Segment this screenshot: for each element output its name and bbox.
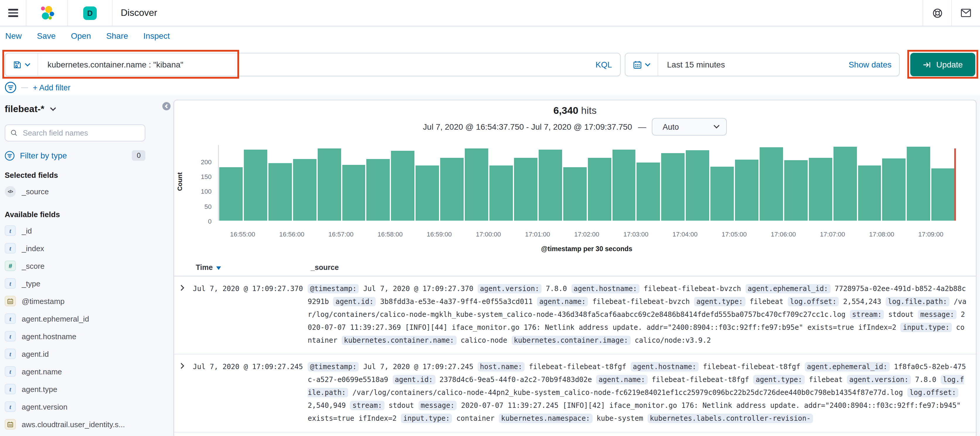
histogram-bar [440, 158, 464, 220]
source-field-key: kubernetes.labels.controller-revision- [648, 414, 813, 423]
field-item-agent.hostname[interactable]: tagent.hostname [5, 327, 167, 345]
time-range-value[interactable]: Last 15 minutes [658, 60, 849, 69]
save-icon [13, 60, 21, 69]
elastic-logo[interactable] [26, 5, 67, 21]
source-field-key: log.file.path: [886, 297, 950, 306]
index-pattern-select[interactable]: filebeat-* [5, 104, 167, 115]
fields-sidebar: filebeat-* Filter by type 0 Selected fie… [0, 95, 171, 436]
query-language-button[interactable]: KQL [595, 60, 620, 69]
y-tick-label: 100 [201, 188, 212, 195]
filter-by-type-button[interactable]: Filter by type [20, 151, 127, 160]
filter-icon[interactable] [5, 81, 16, 93]
field-item-agent.type[interactable]: tagent.type [5, 380, 167, 398]
field-item-_source[interactable]: </>_source [5, 182, 167, 200]
source-field-key: agent.ephemeral_id: [805, 362, 890, 371]
source-field-key: agent.hostname: [571, 284, 640, 294]
field-item-_type[interactable]: t_type [5, 275, 167, 292]
search-input[interactable] [22, 128, 140, 138]
field-item-_index[interactable]: t_index [5, 240, 167, 257]
y-tick-label: 50 [205, 203, 212, 210]
help-icon[interactable] [923, 0, 951, 26]
results-panel: 6,340 hits Jul 7, 2020 @ 16:54:37.750 - … [173, 100, 977, 436]
date-field-icon [5, 419, 16, 430]
column-header-source: _source [311, 264, 339, 272]
field-item-aws.cloudtrail.user_identity.s...[interactable]: aws.cloudtrail.user_identity.s... [5, 415, 167, 433]
histogram-bar [563, 168, 586, 220]
source-field-key: input.type: [900, 323, 952, 332]
x-tick-label: 17:03:00 [624, 231, 649, 238]
calendar-button[interactable] [625, 53, 658, 76]
nav-inspect[interactable]: Inspect [143, 31, 170, 40]
add-filter-button[interactable]: + Add filter [33, 83, 70, 92]
field-item-@timestamp[interactable]: @timestamp [5, 292, 167, 310]
show-dates-button[interactable]: Show dates [849, 60, 899, 69]
field-item-agent.ephemeral_id[interactable]: tagent.ephemeral_id [5, 310, 167, 327]
field-item-agent.id[interactable]: tagent.id [5, 345, 167, 363]
chevron-left-icon [164, 104, 169, 109]
x-axis-title: @timestamp per 30 seconds [218, 245, 955, 252]
header-divider [67, 0, 68, 26]
nav-save[interactable]: Save [37, 31, 56, 40]
x-tick-label: 17:05:00 [722, 231, 747, 238]
source-field-key: agent.id: [392, 375, 435, 384]
histogram-bar [735, 160, 759, 220]
y-tick-label: 0 [208, 218, 212, 225]
histogram-bar [662, 153, 685, 220]
source-field-key: log.offset: [907, 388, 958, 397]
histogram-bar [391, 151, 415, 220]
date-field-icon [5, 296, 16, 306]
expand-row-button[interactable] [174, 360, 193, 425]
y-tick-label: 150 [201, 173, 212, 180]
field-item-agent.name[interactable]: tagent.name [5, 363, 167, 380]
source-field-key: agent.version: [478, 284, 542, 294]
x-tick-label: 17:07:00 [820, 231, 845, 238]
space-badge[interactable]: D [83, 6, 97, 20]
filter-count-badge: 0 [132, 150, 145, 161]
field-item-agent.version[interactable]: tagent.version [5, 398, 167, 415]
string-field-icon: t [5, 401, 16, 412]
histogram-bar [858, 166, 881, 220]
query-input[interactable]: kubernetes.container.name : "kibana" [38, 60, 595, 69]
table-row: Jul 7, 2020 @ 17:09:27.245@timestamp: Ju… [174, 355, 976, 433]
column-header-time[interactable]: Time [196, 264, 221, 272]
histogram-bar [219, 167, 243, 220]
time-picker: Last 15 minutes Show dates [625, 53, 900, 76]
x-tick-label: 17:00:00 [476, 231, 501, 238]
field-item-_score[interactable]: #_score [5, 257, 167, 275]
newsfeed-icon[interactable] [952, 0, 980, 26]
table-row: Jul 7, 2020 @ 17:09:27.370@timestamp: Ju… [174, 276, 976, 355]
nav-links: NewSaveOpenShareInspect [5, 31, 170, 40]
refresh-icon [923, 60, 932, 69]
x-tick-label: 16:58:00 [377, 231, 402, 238]
histogram-bar [760, 147, 783, 220]
nav-open[interactable]: Open [71, 31, 91, 40]
x-tick-label: 17:01:00 [525, 231, 550, 238]
header-divider [112, 0, 113, 26]
menu-icon[interactable] [0, 0, 26, 26]
nav-new[interactable]: New [5, 31, 22, 40]
content-area: filebeat-* Filter by type 0 Selected fie… [0, 95, 980, 436]
x-tick-label: 17:02:00 [574, 231, 599, 238]
nav-share[interactable]: Share [106, 31, 128, 40]
histogram-bar [833, 146, 857, 220]
histogram-bar [514, 158, 538, 220]
update-button[interactable]: Update [910, 53, 975, 76]
time-range-text: Jul 7, 2020 @ 16:54:37.750 - Jul 7, 2020… [423, 122, 632, 131]
expand-row-button[interactable] [174, 282, 193, 347]
field-item-_id[interactable]: t_id [5, 222, 167, 240]
source-field-key: kubernetes.container.name: [342, 335, 457, 345]
source-field-key: message: [918, 310, 956, 319]
x-tick-label: 16:59:00 [427, 231, 452, 238]
interval-select[interactable]: Auto [652, 118, 727, 136]
save-query-button[interactable] [5, 53, 38, 76]
selected-fields-list: </>_source [5, 182, 167, 200]
x-tick-label: 16:55:00 [230, 231, 255, 238]
source-field-key: log.offset: [788, 297, 839, 306]
histogram-bars[interactable] [218, 145, 955, 220]
source-field-key: agent.type: [694, 297, 745, 306]
x-tick-label: 17:04:00 [673, 231, 698, 238]
filter-bar: + Add filter [5, 81, 70, 94]
field-item-azure.auditlogs.properties.ac...[interactable]: azure.auditlogs.properties.ac... [5, 433, 167, 436]
string-field-icon: t [5, 243, 16, 254]
collapse-sidebar-button[interactable] [162, 102, 170, 110]
